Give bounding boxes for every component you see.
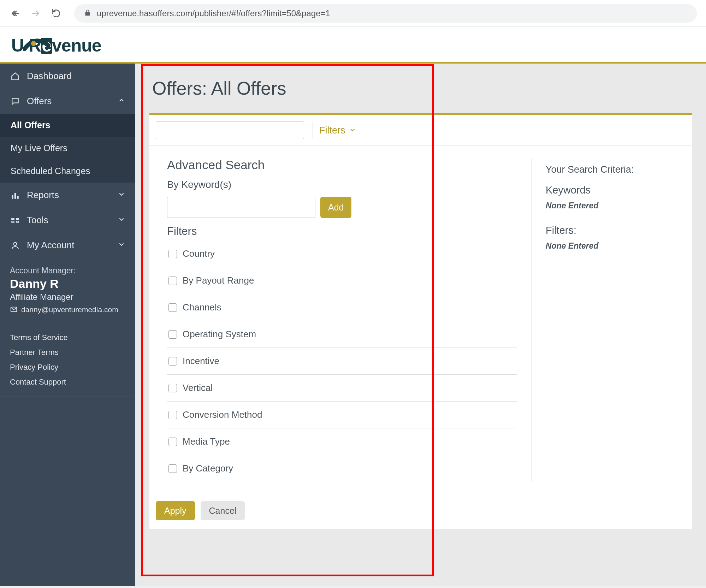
svg-point-11 xyxy=(14,242,17,245)
chevron-down-icon xyxy=(118,190,125,201)
page-title: Offers: All Offers xyxy=(152,78,692,99)
forward-button[interactable] xyxy=(30,7,42,19)
svg-point-3 xyxy=(31,41,36,46)
link-terms-of-service[interactable]: Terms of Service xyxy=(10,330,125,345)
account-manager-name: Danny R xyxy=(10,277,125,291)
apply-button[interactable]: Apply xyxy=(156,501,195,520)
filter-checkbox[interactable] xyxy=(168,330,177,339)
chevron-down-icon xyxy=(349,125,356,136)
sidebar-item-label: Reports xyxy=(27,190,59,201)
sidebar-sub-all-offers[interactable]: All Offers xyxy=(0,114,135,137)
sidebar-item-offers[interactable]: Offers xyxy=(0,89,135,114)
filter-checkbox[interactable] xyxy=(168,438,177,446)
filter-option-label: Country xyxy=(183,248,215,259)
filter-option-label: Incentive xyxy=(183,356,219,367)
filter-option-country[interactable]: Country xyxy=(167,240,517,267)
sidebar: Dashboard Offers All Offers My Live Offe… xyxy=(0,64,135,586)
advanced-search-title: Advanced Search xyxy=(167,158,517,172)
svg-rect-8 xyxy=(16,218,19,219)
filter-checkbox[interactable] xyxy=(168,464,177,473)
sidebar-sub-scheduled-changes[interactable]: Scheduled Changes xyxy=(0,160,135,183)
svg-rect-6 xyxy=(17,196,18,199)
sidebar-item-label: Offers xyxy=(27,96,52,107)
filter-option-payout-range[interactable]: By Payout Range xyxy=(167,267,517,294)
filter-option-label: Conversion Method xyxy=(183,409,262,420)
filter-option-operating-system[interactable]: Operating System xyxy=(167,321,517,348)
content-panel: Filters Advanced Search By Keyword(s) Ad… xyxy=(149,113,692,529)
sidebar-item-reports[interactable]: Reports xyxy=(0,183,135,208)
tools-icon xyxy=(10,216,20,225)
link-partner-terms[interactable]: Partner Terms xyxy=(10,345,125,360)
chevron-down-icon xyxy=(118,215,125,226)
logo[interactable]: U R e venue xyxy=(11,35,695,56)
filter-checkbox[interactable] xyxy=(168,357,177,366)
account-manager-email[interactable]: danny@upventuremedia.com xyxy=(10,305,125,315)
filter-checkbox[interactable] xyxy=(168,277,177,285)
svg-rect-10 xyxy=(16,221,19,222)
legal-links: Terms of Service Partner Terms Privacy P… xyxy=(0,323,135,397)
filter-option-media-type[interactable]: Media Type xyxy=(167,428,517,455)
advanced-search-left: Advanced Search By Keyword(s) Add Filter… xyxy=(167,158,517,482)
home-icon xyxy=(10,72,20,81)
user-icon xyxy=(10,241,20,250)
logo-text-pre: U xyxy=(11,35,24,56)
chat-icon xyxy=(10,97,20,106)
filter-option-label: By Category xyxy=(183,463,233,474)
criteria-keywords-value: None Entered xyxy=(546,201,674,210)
keyword-input[interactable] xyxy=(167,197,315,218)
filters-toggle[interactable]: Filters xyxy=(313,121,356,139)
filter-option-by-category[interactable]: By Category xyxy=(167,455,517,482)
advanced-search-actions: Apply Cancel xyxy=(149,491,692,529)
reload-button[interactable] xyxy=(50,7,62,19)
filter-top-bar: Filters xyxy=(149,115,692,146)
advanced-search-body: Advanced Search By Keyword(s) Add Filter… xyxy=(149,146,692,491)
link-contact-support[interactable]: Contact Support xyxy=(10,375,125,390)
account-manager-label: Account Manager: xyxy=(10,266,125,275)
filters-toggle-label: Filters xyxy=(319,125,345,136)
svg-rect-5 xyxy=(14,193,16,198)
filter-option-vertical[interactable]: Vertical xyxy=(167,375,517,402)
sidebar-item-label: Dashboard xyxy=(27,71,72,82)
by-keywords-label: By Keyword(s) xyxy=(167,179,517,190)
filter-option-conversion-method[interactable]: Conversion Method xyxy=(167,402,517,428)
criteria-filters-value: None Entered xyxy=(546,241,674,251)
lock-icon xyxy=(84,8,91,18)
filter-option-incentive[interactable]: Incentive xyxy=(167,348,517,375)
filters-heading: Filters xyxy=(167,225,517,238)
url-text: uprevenue.hasoffers.com/publisher/#!/off… xyxy=(97,8,330,18)
chevron-up-icon xyxy=(118,96,125,107)
back-button[interactable] xyxy=(9,7,21,19)
filter-checkbox[interactable] xyxy=(168,411,177,419)
account-manager-block: Account Manager: Danny R Affiliate Manag… xyxy=(0,258,135,323)
filter-option-label: Channels xyxy=(183,302,221,313)
filter-checkbox[interactable] xyxy=(168,250,177,258)
sidebar-item-my-account[interactable]: My Account xyxy=(0,233,135,258)
sidebar-item-label: Tools xyxy=(27,215,48,226)
sidebar-sub-my-live-offers[interactable]: My Live Offers xyxy=(0,137,135,160)
account-manager-email-text: danny@upventuremedia.com xyxy=(21,305,118,314)
logo-swoosh-icon xyxy=(23,37,51,54)
filter-option-channels[interactable]: Channels xyxy=(167,294,517,321)
search-criteria-label: Your Search Criteria: xyxy=(546,164,674,175)
criteria-keywords-head: Keywords xyxy=(546,184,674,196)
add-keyword-button[interactable]: Add xyxy=(320,197,351,218)
svg-rect-4 xyxy=(12,195,13,199)
filter-option-label: Operating System xyxy=(183,329,256,340)
filter-checkbox[interactable] xyxy=(168,303,177,312)
link-privacy-policy[interactable]: Privacy Policy xyxy=(10,360,125,375)
sidebar-item-tools[interactable]: Tools xyxy=(0,208,135,233)
url-bar[interactable]: uprevenue.hasoffers.com/publisher/#!/off… xyxy=(74,4,697,23)
cancel-button[interactable]: Cancel xyxy=(201,501,245,520)
main-content: Offers: All Offers Filters Advanced Sear… xyxy=(135,64,706,586)
filter-option-label: Vertical xyxy=(183,382,213,393)
account-manager-role: Affiliate Manager xyxy=(10,292,125,302)
svg-rect-9 xyxy=(12,221,14,222)
mail-icon xyxy=(10,305,18,315)
filter-checkbox[interactable] xyxy=(168,384,177,392)
sidebar-item-dashboard[interactable]: Dashboard xyxy=(0,64,135,89)
top-header: U R e venue xyxy=(0,27,706,64)
search-input[interactable] xyxy=(156,121,304,139)
filter-option-label: Media Type xyxy=(183,436,230,447)
logo-text-post: venue xyxy=(52,35,101,56)
chevron-down-icon xyxy=(118,240,125,251)
